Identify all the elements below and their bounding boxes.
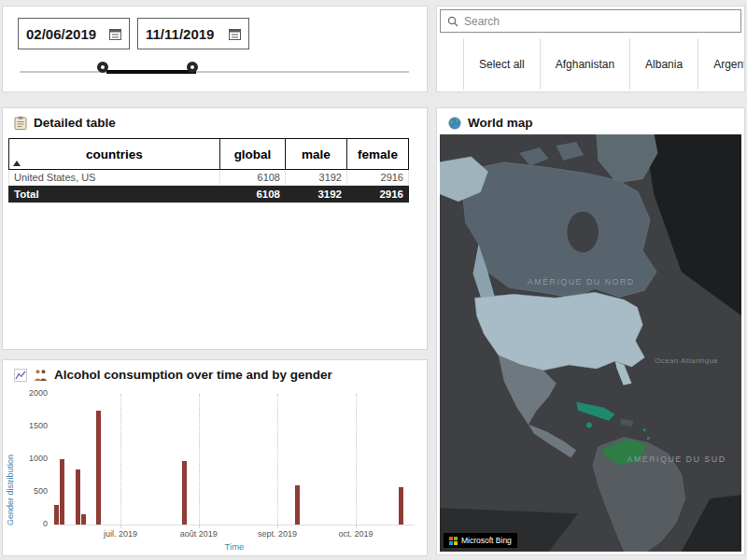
calendar-icon (229, 28, 241, 40)
world-map-graphic: AMÉRIQUE DU NORD Ocean Atlantique AMÉRIQ… (440, 134, 741, 552)
start-date-value: 02/06/2019 (26, 26, 96, 42)
column-header-male[interactable]: male (286, 139, 347, 170)
x-tick-label: août 2019 (180, 529, 218, 539)
x-tick-label: oct. 2019 (339, 529, 374, 539)
map-title: World map (468, 116, 533, 130)
bar[interactable] (81, 514, 86, 525)
table-row[interactable]: United States, US 6108 3192 2916 (9, 170, 409, 186)
y-tick-label: 1500 (29, 421, 48, 430)
bar-chart-panel: Alcohol consumption over time and by gen… (2, 359, 428, 556)
bar[interactable] (399, 487, 403, 525)
column-header-global[interactable]: global (220, 139, 286, 170)
map-canvas[interactable]: AMÉRIQUE DU NORD Ocean Atlantique AMÉRIQ… (440, 134, 741, 552)
dashboard: 02/06/2019 11/11/2019 (0, 0, 747, 560)
start-date-input[interactable]: 02/06/2019 (18, 18, 130, 49)
x-tick-label: juil. 2019 (104, 529, 137, 539)
table-panel-title: Detailed table (3, 108, 427, 130)
gridline (356, 394, 357, 528)
total-label: Total (9, 186, 220, 203)
detailed-table: countries global male female United Stat… (8, 138, 409, 203)
map-attribution: Microsoft Bing (444, 533, 517, 548)
total-global: 6108 (220, 186, 286, 203)
x-axis-title: Time (54, 541, 415, 552)
gridline (199, 394, 200, 528)
map-label-north-america: AMÉRIQUE DU NORD (528, 277, 635, 287)
sort-ascending-icon (13, 161, 21, 166)
table-header-row: countries global male female (9, 139, 409, 170)
country-filter-list: Select allAfghanistanAlbaniaArgentina (437, 38, 744, 90)
date-slider-track[interactable] (20, 71, 409, 73)
bar[interactable] (295, 485, 300, 525)
bar-plot: juil. 2019août 2019sept. 2019oct. 201905… (54, 394, 415, 525)
cell-country[interactable]: United States, US (9, 170, 220, 186)
column-header-label: countries (86, 147, 143, 161)
search-input[interactable] (464, 15, 734, 28)
search-box (440, 9, 741, 33)
cell-male[interactable]: 3192 (286, 170, 347, 186)
map-label-south-america: AMÉRIQUE DU SUD (627, 455, 726, 464)
date-slider-handle-end[interactable] (187, 62, 198, 73)
y-tick-label: 1000 (29, 454, 48, 463)
country-filter-item[interactable]: Afghanistan (541, 38, 630, 90)
world-map-panel: World map (436, 107, 745, 555)
total-female: 2916 (347, 186, 409, 203)
gridline (277, 394, 278, 528)
cell-female[interactable]: 2916 (347, 170, 409, 186)
chart-title: Alcohol consumption over time and by gen… (54, 368, 332, 382)
y-tick-label: 2000 (29, 388, 48, 398)
map-label-atlantic-ocean: Ocean Atlantique (655, 357, 718, 365)
bar[interactable] (96, 411, 101, 525)
x-tick-label: sept. 2019 (258, 529, 297, 539)
bar[interactable] (60, 459, 64, 525)
country-filter-panel: Select allAfghanistanAlbaniaArgentina (436, 6, 745, 92)
country-filter-item[interactable]: Argentina (698, 38, 744, 90)
table-title: Detailed table (34, 116, 116, 130)
map-panel-title: World map (437, 108, 744, 130)
clipboard-icon (14, 116, 27, 130)
people-icon (34, 369, 48, 382)
end-date-input[interactable]: 11/11/2019 (137, 18, 249, 49)
microsoft-logo-icon (449, 537, 458, 545)
country-filter-item[interactable]: Albania (630, 38, 698, 90)
y-tick-label: 0 (43, 519, 48, 528)
detailed-table-panel: Detailed table countries global male fem… (2, 107, 428, 350)
map-attribution-text: Microsoft Bing (461, 536, 512, 545)
gridline (120, 394, 121, 528)
globe-icon (448, 117, 461, 130)
calendar-icon (109, 28, 121, 40)
y-axis-title: Gender distribution (6, 394, 15, 525)
column-header-female[interactable]: female (347, 139, 409, 170)
date-slider-selected-range[interactable] (106, 70, 196, 74)
y-tick-label: 500 (34, 486, 48, 496)
date-slicer-panel: 02/06/2019 11/11/2019 (2, 6, 428, 92)
column-header-countries[interactable]: countries (9, 139, 220, 170)
bar[interactable] (76, 469, 80, 525)
date-slider-handle-start[interactable] (97, 62, 108, 73)
total-male: 3192 (286, 186, 347, 203)
chart-panel-title: Alcohol consumption over time and by gen… (3, 360, 427, 382)
end-date-value: 11/11/2019 (146, 26, 214, 42)
search-icon (447, 16, 458, 27)
cell-global[interactable]: 6108 (220, 170, 286, 186)
line-chart-icon (14, 369, 27, 382)
country-filter-item[interactable]: Select all (463, 38, 541, 90)
bar[interactable] (182, 461, 187, 525)
bar[interactable] (54, 505, 59, 525)
table-total-row: Total 6108 3192 2916 (9, 186, 409, 203)
